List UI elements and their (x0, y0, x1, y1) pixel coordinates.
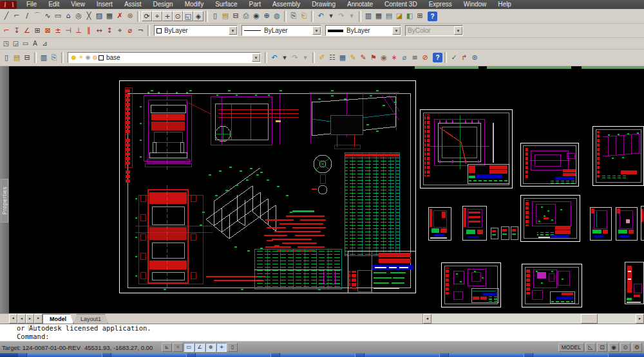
dwf-icon[interactable]: ◍ (272, 11, 282, 21)
text-style-icon[interactable]: A (30, 39, 40, 48)
linetype-control-dropdown[interactable]: ByLayer ▼ (242, 25, 321, 36)
tab-next-button[interactable]: ▸ (26, 314, 34, 324)
quick-view-layouts-icon[interactable]: ◺ (585, 343, 596, 352)
snap-toggle[interactable]: ⊾ (162, 343, 172, 352)
paste-clip-icon[interactable]: ⎗ (299, 11, 309, 21)
erase-icon[interactable]: ✗ (115, 11, 125, 21)
tool-palettes-icon[interactable]: ▦ (374, 11, 384, 21)
application-logo-icon[interactable] (0, 1, 17, 9)
chevron-down-icon[interactable]: ▼ (312, 26, 321, 35)
taskbar-app-button[interactable] (195, 353, 271, 357)
dim-linear-icon[interactable]: ↧ (12, 26, 22, 36)
new-file-icon[interactable]: ▯ (1, 53, 12, 63)
help-icon[interactable]: ? (433, 53, 442, 62)
dim-diameter-icon[interactable]: ⌀ (125, 26, 135, 36)
undo-dropdown-icon[interactable]: ▾ (279, 53, 290, 63)
polar-toggle[interactable]: ∠ (194, 343, 205, 352)
taskbar-app-button[interactable] (111, 353, 187, 357)
quick-view-drawings-icon[interactable]: ⊡ (597, 343, 607, 352)
dyn-toggle[interactable]: ▯ (227, 343, 238, 352)
scroll-right-icon[interactable]: ▸ (636, 314, 644, 324)
polyline-icon[interactable]: ⌐ (12, 11, 22, 21)
menu-drawing[interactable]: Drawing (306, 0, 341, 9)
menu-file[interactable]: File (21, 0, 43, 9)
dim-symmetric-icon[interactable]: ± (53, 26, 63, 36)
windows-taskbar[interactable] (0, 353, 644, 357)
dim-chain-icon[interactable]: ⊠ (43, 26, 53, 36)
ucs-icon[interactable]: ⊿ (40, 39, 50, 48)
undo-icon[interactable]: ↶ (269, 53, 279, 63)
layers-dialog-icon[interactable]: ▥ (39, 53, 49, 63)
properties-palette-icon[interactable]: ▥ (363, 11, 374, 21)
layer-make-icon[interactable]: ✐ (317, 53, 327, 63)
polygon-icon[interactable]: ⌂ (63, 11, 73, 21)
open-file-icon[interactable]: ▤ (220, 11, 231, 21)
chevron-down-icon[interactable]: ▼ (252, 53, 260, 62)
layer-isolate-icon[interactable]: ⚑ (368, 53, 379, 63)
hatch-icon[interactable]: ▨ (94, 11, 104, 21)
dim-break-icon[interactable]: ⊣ (63, 26, 73, 36)
redo-dropdown-icon[interactable]: ▾ (300, 53, 310, 63)
scrollbar-track[interactable] (431, 314, 636, 324)
spline-icon[interactable]: ∿ (43, 11, 53, 21)
color-control-dropdown[interactable]: ByLayer ▼ (154, 25, 238, 36)
named-views-icon[interactable]: ◈ (193, 11, 204, 21)
grid-toggle[interactable]: ⌗ (173, 343, 183, 352)
command-window-grip[interactable] (28, 325, 34, 331)
taskbar-app-button[interactable] (448, 353, 524, 357)
redo-icon[interactable]: ↷ (336, 11, 346, 21)
undo-dropdown-icon[interactable]: ▾ (326, 11, 336, 21)
taskbar-app-button[interactable] (26, 353, 102, 357)
menu-edit[interactable]: Edit (43, 0, 65, 9)
osnap-toggle[interactable]: ⊕ (205, 343, 216, 352)
layer-merge-icon[interactable]: ≡ (410, 53, 420, 63)
menu-assembly[interactable]: Assembly (267, 0, 306, 9)
dim-parallel-icon[interactable]: ∥ (84, 26, 94, 36)
command-line-window[interactable]: or Autodesk licensed application. Comman… (0, 324, 644, 341)
dim-perp-icon[interactable]: ⊥ (73, 26, 84, 36)
layer-on-bulb-icon[interactable]: ● (70, 53, 77, 63)
layer-lock-icon[interactable]: ◉ (84, 53, 91, 63)
undo-icon[interactable]: ↶ (316, 11, 326, 21)
dim-vertical-icon[interactable]: ↕ (104, 26, 115, 36)
region-icon[interactable]: ▦ (104, 11, 115, 21)
tab-last-button[interactable]: ⯈ (34, 314, 43, 324)
menu-content-3d[interactable]: Content 3D (379, 0, 423, 9)
layer-freeze-sun-icon[interactable]: ☀ (77, 53, 84, 63)
layer-control-dropdown[interactable]: ●☀◉◍ base ▼ (68, 52, 261, 63)
layer-match-icon[interactable]: ▦ (337, 53, 348, 63)
circle-icon[interactable]: ◎ (73, 11, 84, 21)
tab-first-button[interactable]: ⯇ (9, 314, 17, 324)
copy-clip-icon[interactable]: ⎘ (289, 11, 299, 21)
help-icon[interactable]: ? (428, 12, 437, 21)
scrollbar-thumb[interactable] (581, 314, 598, 324)
save-icon[interactable]: ⊟ (231, 11, 241, 21)
dim-horizontal-icon[interactable]: ↔ (94, 26, 104, 36)
coordinate-readout[interactable]: 45531.93, -1683.27, 0.00 (84, 344, 153, 351)
taskbar-app-button[interactable] (533, 353, 609, 357)
line-icon[interactable]: ╱ (1, 11, 12, 21)
menu-help[interactable]: Help (492, 0, 517, 9)
steering-wheel-icon[interactable]: ◉ (609, 343, 619, 352)
markup-set-icon[interactable]: ◪ (394, 11, 404, 21)
rectangle-icon[interactable]: ▭ (53, 11, 63, 21)
chevron-down-icon[interactable]: ▼ (229, 26, 237, 35)
publish-icon[interactable]: ⊕ (261, 11, 272, 21)
menu-design[interactable]: Design (147, 0, 179, 9)
layer-copy-icon[interactable]: ✎ (358, 53, 368, 63)
open-file-icon[interactable]: ▤ (12, 53, 22, 63)
power-snap-icon[interactable]: ↱ (459, 53, 469, 63)
construction-line-icon[interactable]: ∕ (22, 11, 32, 21)
chevron-down-icon[interactable]: ▼ (392, 26, 401, 35)
annotation-scale-icon[interactable]: ⚙ (632, 343, 642, 352)
model-space-button[interactable]: MODEL (558, 343, 584, 352)
divide-icon[interactable]: ╳ (84, 11, 94, 21)
tab-prev-button[interactable]: ◂ (17, 314, 26, 324)
save-icon[interactable]: ⊟ (22, 53, 32, 63)
content-globe-icon[interactable]: ⊛ (469, 53, 480, 63)
ortho-toggle[interactable]: ▭ (184, 343, 194, 352)
horizontal-scrollbar[interactable]: ◂ ▸ (422, 314, 644, 324)
menu-modify[interactable]: Modify (179, 0, 209, 9)
layer-plot-icon[interactable]: ◍ (91, 53, 99, 63)
layer-freeze-icon[interactable]: ∗ (389, 53, 399, 63)
